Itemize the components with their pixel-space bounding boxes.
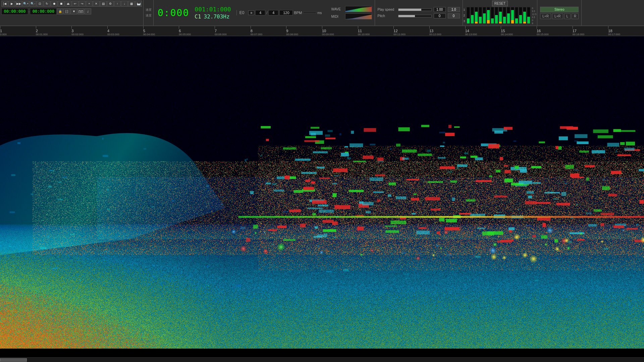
ruler-time-2: 00:02:000	[71, 33, 84, 36]
ruler-time-8: 00:08:000	[286, 33, 298, 36]
ruler-mark-8: 900:08:000	[286, 26, 298, 36]
pitch-slider-fill	[398, 15, 415, 17]
timesig-num[interactable]: 4	[255, 10, 265, 15]
snap-button[interactable]: ∏∏	[77, 8, 84, 14]
ruler-time-10: 00:10:000	[358, 33, 370, 36]
lr-button-2[interactable]: L+R	[552, 13, 563, 19]
ruler-time-17: 00:17:000	[608, 33, 620, 36]
ruler-tick-13	[465, 26, 466, 29]
ruler-time-12: 00:12:000	[429, 33, 441, 36]
ruler-num-4: 5	[143, 29, 145, 33]
play-button[interactable]: ▶	[8, 1, 15, 7]
scrollbar-thumb[interactable]	[0, 358, 27, 362]
vu-bar-0	[467, 7, 470, 24]
side-labels: 速度 速度	[144, 0, 154, 25]
undo-button[interactable]: ↩	[72, 1, 78, 7]
stop-button[interactable]: ⏹	[58, 1, 64, 7]
playspeed-value[interactable]: 1.00	[434, 7, 446, 12]
reset-button[interactable]: RESET	[492, 1, 508, 6]
channel-lr-buttons: L+R L+R L R	[540, 13, 579, 19]
fast-forward-button[interactable]: ▶▶	[15, 1, 22, 7]
ruler-time-5: 00:05:000	[179, 33, 191, 36]
zoom-in-button[interactable]: 🔍+	[22, 1, 29, 7]
sub-timecode: 001:01:000	[195, 6, 231, 13]
stereo-button[interactable]: Stereo	[540, 7, 579, 12]
ruler-time-15: 00:15:000	[537, 33, 549, 36]
ruler-tick-4	[143, 26, 144, 29]
ruler-tick-15	[537, 26, 537, 29]
timecode-start[interactable]: 00:00:000	[1, 8, 28, 15]
ruler-tick-6	[215, 26, 215, 29]
wave-midi-section: WAVE MIDI	[329, 0, 375, 25]
midi-label: MIDI	[331, 15, 343, 18]
ruler-time-1: 00:01:000	[36, 33, 48, 36]
remove-button[interactable]: ✕	[93, 1, 100, 7]
playspeed-slider[interactable]	[398, 8, 432, 11]
add-button[interactable]: +	[86, 1, 93, 7]
metronome-button[interactable]: ♩	[85, 8, 91, 14]
sub-info: 001:01:000 C1 32.703Hz	[195, 6, 231, 20]
timesig-den[interactable]: 4	[268, 10, 278, 15]
ruler-tick-8	[286, 26, 286, 29]
vu-bar-6	[491, 7, 494, 24]
ruler-num-1: 2	[36, 29, 38, 33]
vu-db-scale: 0 9.5 12.5 9.5 0 8	[532, 7, 537, 24]
db-label-0b: 0	[532, 19, 537, 21]
lr-button[interactable]: L+R	[540, 13, 551, 19]
lock-button[interactable]: 🔒	[57, 8, 63, 14]
vu-meter-section: RESET 1 2 3 0 9.5 12.5 9.5 0 8	[463, 0, 538, 25]
pitch-row: Pitch 0 0	[378, 13, 460, 18]
bpm-label: BPM	[294, 11, 302, 15]
main-time-display: 0:000 001:01:000 C1 32.703Hz E0 ≡ 4 / 4	[154, 0, 329, 25]
export-button[interactable]: ↑	[114, 1, 121, 7]
wave-label: WAVE	[331, 7, 343, 11]
ruler-tick-9	[322, 26, 322, 29]
bpm-ms[interactable]	[303, 12, 316, 13]
loop-button[interactable]: ↻	[44, 1, 50, 7]
ruler-mark-14: 1500:14:000	[501, 26, 513, 36]
pitch-label: Pitch	[378, 14, 396, 18]
zoom-fit-button[interactable]: ⊡	[37, 1, 43, 7]
r-button[interactable]: R	[572, 13, 579, 19]
ruler-time-9: 00:09:000	[322, 33, 334, 36]
ruler-tick-3	[107, 26, 108, 29]
ruler-mark-12: 1300:12:000	[429, 26, 441, 36]
ruler-tick-12	[429, 26, 430, 29]
piano-button[interactable]: 🎹	[135, 1, 142, 7]
vu-label-1: 1	[464, 7, 465, 12]
import-button[interactable]: ↓	[121, 1, 128, 7]
vu-label-2: 2	[464, 13, 465, 18]
wave-display	[345, 6, 372, 12]
bpm-value[interactable]: 120	[279, 10, 293, 15]
grid-button[interactable]: ▦	[128, 1, 135, 7]
playspeed-reset-btn[interactable]: 1.0	[448, 7, 460, 12]
pitch-reset-btn[interactable]: 0	[448, 13, 460, 18]
scrollbar-container[interactable]	[0, 357, 644, 362]
spectrogram-container	[0, 36, 644, 357]
timecode-end[interactable]: 00:00:000	[30, 8, 57, 15]
vu-bar-3	[479, 7, 482, 24]
note-name: C1	[195, 13, 201, 20]
ruler-mark-13: 1400:13:000	[465, 26, 477, 36]
record-button[interactable]: ⏺	[51, 1, 57, 7]
vu-bar-10	[507, 7, 510, 24]
redo-button[interactable]: ↪	[79, 1, 86, 7]
settings-button[interactable]: ⚙	[107, 1, 114, 7]
eject-button[interactable]: ⏏	[65, 1, 71, 7]
channels-section: Stereo L+R L+R L R	[537, 0, 582, 25]
svg-marker-1	[345, 14, 372, 19]
loop-region-button[interactable]: [ ]	[63, 8, 70, 14]
grid-icon: ≡	[248, 10, 254, 15]
select-button[interactable]: ▤	[100, 1, 107, 7]
goto-start-button[interactable]: |◀	[1, 1, 8, 7]
l-button[interactable]: L	[564, 13, 571, 19]
zoom-out-button[interactable]: 🔍-	[30, 1, 36, 7]
marker-button[interactable]: ▼	[70, 8, 77, 14]
bpm-unit: ms	[317, 11, 322, 15]
vu-bar-15	[527, 7, 530, 24]
pitch-value[interactable]: 0	[434, 13, 446, 18]
ruler-tick-7	[251, 26, 251, 29]
playspeed-label: Play speed	[378, 8, 396, 11]
pitch-slider[interactable]	[398, 15, 432, 17]
ruler-num-15: 16	[537, 29, 541, 33]
